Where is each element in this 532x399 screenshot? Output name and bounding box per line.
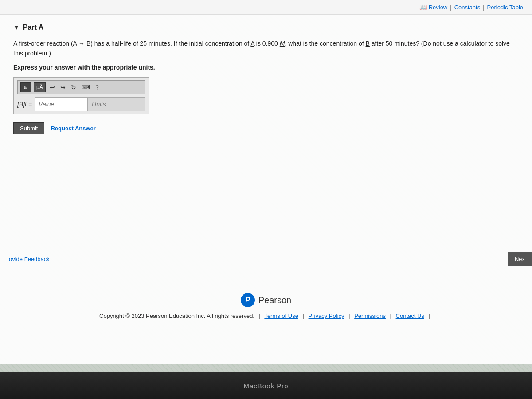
refresh-button[interactable]: ↻ [70, 83, 78, 92]
units-input[interactable] [88, 97, 145, 111]
redo-button[interactable]: ↪ [59, 83, 67, 92]
terms-of-use-link[interactable]: Terms of Use [264, 313, 298, 319]
matrix-button[interactable]: ⊞ [20, 82, 31, 92]
permissions-link[interactable]: Permissions [354, 313, 386, 319]
request-answer-link[interactable]: Request Answer [51, 125, 95, 132]
question-text: A first-order reaction (A → B) has a hal… [13, 39, 519, 59]
pipe-5: | [429, 313, 430, 319]
pearson-circle-icon: P [241, 293, 255, 307]
value-input[interactable] [35, 97, 88, 111]
part-title: Part A [23, 23, 44, 31]
top-navigation: 📖 Review | Constants | Periodic Table [0, 0, 532, 15]
review-link[interactable]: Review [429, 4, 448, 11]
math-toolbar: ⊞ μÅ ↩ ↪ ↻ ⌨ ? [17, 80, 145, 94]
part-header: ▼ Part A [13, 23, 519, 31]
footer: P Pearson Copyright © 2023 Pearson Educa… [0, 284, 532, 328]
provide-feedback-link[interactable]: ovide Feedback [0, 252, 59, 266]
pearson-name: Pearson [258, 295, 292, 305]
pipe-2: | [303, 313, 304, 319]
separator-1: | [450, 4, 451, 11]
periodic-table-link[interactable]: Periodic Table [487, 4, 523, 11]
mu-button[interactable]: μÅ [34, 82, 46, 92]
pearson-logo: P Pearson [9, 293, 523, 307]
part-a-section: ▼ Part A A first-order reaction (A → B) … [0, 15, 532, 143]
pipe-4: | [390, 313, 391, 319]
contact-us-link[interactable]: Contact Us [396, 313, 424, 319]
pipe-1: | [259, 313, 260, 319]
express-instruction: Express your answer with the appropriate… [13, 64, 519, 71]
keyboard-button[interactable]: ⌨ [80, 83, 91, 91]
answer-box: ⊞ μÅ ↩ ↪ ↻ ⌨ ? [B]t = [13, 77, 149, 114]
copyright-text: Copyright © 2023 Pearson Education Inc. … [99, 313, 254, 319]
bracket-label: [B]t = [17, 101, 32, 108]
macbook-label: MacBook Pro [243, 382, 288, 390]
collapse-arrow[interactable]: ▼ [13, 24, 20, 31]
help-button[interactable]: ? [94, 83, 100, 92]
macbook-bar: MacBook Pro [0, 372, 532, 399]
input-row: [B]t = [17, 97, 145, 111]
next-button[interactable]: Nex [508, 252, 532, 266]
privacy-policy-link[interactable]: Privacy Policy [309, 313, 344, 319]
constants-link[interactable]: Constants [454, 4, 481, 11]
submit-button[interactable]: Submit [13, 122, 44, 134]
bottom-actions: ovide Feedback Nex [0, 252, 532, 266]
action-row: Submit Request Answer [13, 122, 519, 134]
pipe-3: | [348, 313, 350, 319]
book-icon: 📖 [419, 4, 427, 11]
footer-links: Copyright © 2023 Pearson Education Inc. … [9, 313, 523, 319]
undo-button[interactable]: ↩ [48, 83, 56, 92]
separator-2: | [483, 4, 484, 11]
